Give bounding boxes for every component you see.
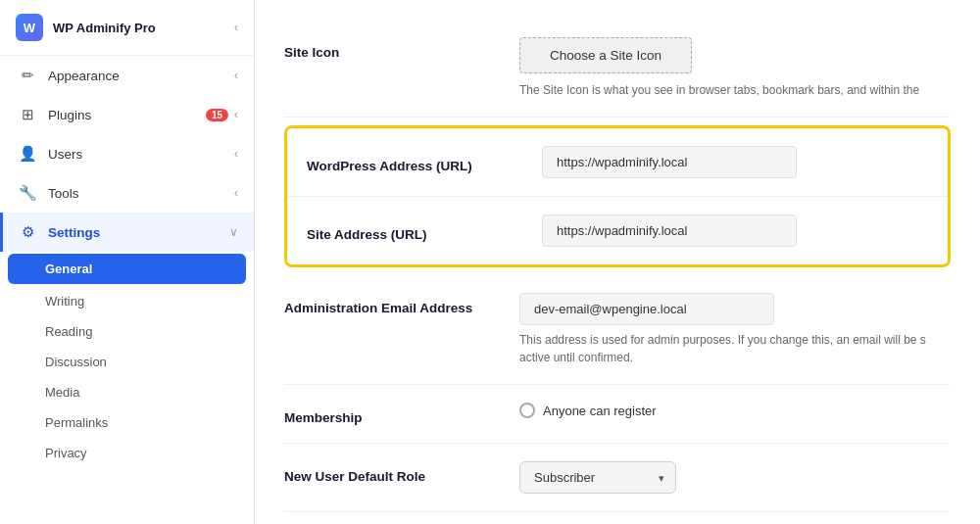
submenu-item-reading[interactable]: Reading xyxy=(0,316,254,347)
new-user-role-value: Subscriber Contributor Author Editor Adm… xyxy=(519,461,951,494)
site-icon-label: Site Icon xyxy=(284,37,500,60)
sidebar-item-label: Tools xyxy=(48,186,79,201)
admin-email-label: Administration Email Address xyxy=(284,293,500,315)
sidebar-item-users[interactable]: 👤 Users ‹ xyxy=(0,134,254,173)
membership-value: Anyone can register xyxy=(519,403,951,418)
sidebar-brand-label: WP Adminify Pro xyxy=(53,21,156,35)
plugins-icon: ⊞ xyxy=(19,106,36,123)
users-icon: 👤 xyxy=(19,145,36,163)
submenu-item-privacy[interactable]: Privacy xyxy=(0,438,254,468)
tools-chevron-icon: ‹ xyxy=(234,186,238,200)
wordpress-address-input[interactable] xyxy=(542,146,797,178)
main-content: Site Icon Choose a Site Icon The Site Ic… xyxy=(255,0,980,524)
new-user-role-row: New User Default Role Subscriber Contrib… xyxy=(284,444,951,512)
site-address-value xyxy=(542,214,928,247)
settings-icon: ⚙ xyxy=(19,223,36,241)
sidebar-header: W WP Adminify Pro ‹ xyxy=(0,0,254,56)
new-user-role-select-wrapper: Subscriber Contributor Author Editor Adm… xyxy=(519,461,676,494)
settings-chevron-icon: ∨ xyxy=(229,225,238,239)
submenu-item-media[interactable]: Media xyxy=(0,377,254,407)
membership-row: Membership Anyone can register xyxy=(284,385,951,444)
submenu-item-permalinks[interactable]: Permalinks xyxy=(0,407,254,438)
plugins-badge: 15 xyxy=(206,109,228,121)
membership-radio-input[interactable] xyxy=(519,403,535,418)
tools-icon: 🔧 xyxy=(19,184,36,202)
new-user-role-label: New User Default Role xyxy=(284,461,500,484)
wordpress-address-label: WordPress Address (URL) xyxy=(307,151,522,173)
site-address-label: Site Address (URL) xyxy=(307,219,522,242)
choose-site-icon-button[interactable]: Choose a Site Icon xyxy=(519,37,692,73)
sidebar-item-plugins[interactable]: ⊞ Plugins 15 ‹ xyxy=(0,95,254,134)
sidebar: W WP Adminify Pro ‹ ✏ Appearance ‹ ⊞ Plu… xyxy=(0,0,255,524)
site-icon-hint: The Site Icon is what you see in browser… xyxy=(519,81,951,99)
new-user-role-select[interactable]: Subscriber Contributor Author Editor Adm… xyxy=(519,461,676,494)
site-address-input[interactable] xyxy=(542,214,797,247)
sidebar-header-left: W WP Adminify Pro xyxy=(16,14,156,41)
sidebar-item-label: Plugins xyxy=(48,108,91,122)
sidebar-item-tools[interactable]: 🔧 Tools ‹ xyxy=(0,173,254,213)
admin-email-input[interactable] xyxy=(519,293,774,325)
site-address-row: Site Address (URL) xyxy=(287,197,948,264)
wp-adminify-logo: W xyxy=(16,14,43,41)
users-chevron-icon: ‹ xyxy=(234,147,238,161)
sidebar-collapse-icon[interactable]: ‹ xyxy=(234,21,238,34)
membership-label: Membership xyxy=(284,403,500,425)
appearance-chevron-icon: ‹ xyxy=(234,69,238,82)
submenu-item-writing[interactable]: Writing xyxy=(0,286,254,316)
settings-submenu: General Writing Reading Discussion Media… xyxy=(0,252,254,468)
sidebar-item-label: Settings xyxy=(48,225,100,240)
plugins-chevron-icon: ‹ xyxy=(234,108,238,121)
sidebar-item-label: Appearance xyxy=(48,69,120,83)
submenu-item-discussion[interactable]: Discussion xyxy=(0,347,254,377)
url-settings-box: WordPress Address (URL) Site Address (UR… xyxy=(284,125,951,267)
site-icon-row: Site Icon Choose a Site Icon The Site Ic… xyxy=(284,20,951,118)
wordpress-address-row: WordPress Address (URL) xyxy=(287,128,948,197)
appearance-icon: ✏ xyxy=(19,67,36,84)
admin-email-value: This address is used for admin purposes.… xyxy=(519,293,951,366)
membership-option-label: Anyone can register xyxy=(543,404,657,418)
sidebar-item-settings[interactable]: ⚙ Settings ∨ xyxy=(0,213,254,252)
site-icon-value: Choose a Site Icon The Site Icon is what… xyxy=(519,37,951,99)
sidebar-item-label: Users xyxy=(48,147,82,162)
admin-email-hint: This address is used for admin purposes.… xyxy=(519,331,951,366)
submenu-item-general[interactable]: General xyxy=(8,254,246,284)
wordpress-address-value xyxy=(542,146,928,178)
admin-email-row: Administration Email Address This addres… xyxy=(284,275,951,385)
membership-radio-group: Anyone can register xyxy=(519,403,951,418)
sidebar-item-appearance[interactable]: ✏ Appearance ‹ xyxy=(0,56,254,95)
